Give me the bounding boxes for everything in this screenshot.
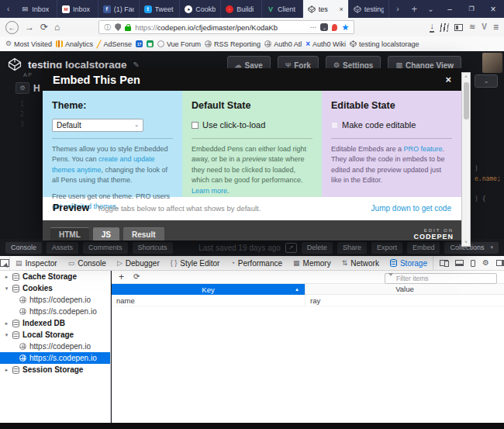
reload-button[interactable]: ⟳ [40, 22, 48, 32]
vue-devtools-icon[interactable]: V [482, 23, 487, 31]
bookmark-adsense[interactable]: ╱AdSense [97, 40, 132, 48]
bookmark-analytics[interactable]: Analytics [56, 40, 93, 48]
browser-tab[interactable]: ◦Buildi [221, 0, 262, 18]
bookmark-testing-localstorage[interactable]: testing localstorage [350, 40, 419, 48]
sidebar-toggle-icon[interactable] [454, 24, 463, 31]
tab-memory[interactable]: ▦Memory [288, 256, 337, 270]
collections-button[interactable]: Collections▾ [444, 242, 499, 254]
pro-feature-link[interactable]: PRO feature [404, 145, 443, 153]
edit-on-codepen[interactable]: EDIT ON CODEPEN [413, 226, 461, 240]
bookmark-auth0-atl[interactable]: Auth0 Atl [264, 40, 302, 48]
bookmark-sheets[interactable]: ▦ [147, 40, 154, 47]
browser-tab[interactable]: ✉Inbox [16, 0, 57, 18]
comments-button[interactable]: Comments [83, 242, 128, 254]
bookmark-star-icon[interactable]: ★ [341, 22, 349, 33]
page-actions-icon[interactable]: ⋯ [309, 23, 316, 31]
tab-performance[interactable]: ◔Performance [225, 256, 288, 270]
devtools-settings-icon[interactable]: ⚙ [482, 259, 489, 267]
embed-button[interactable]: Embed [407, 242, 440, 254]
scroll-down-icon[interactable]: ˅ [462, 240, 470, 244]
twisty-collapsed-icon[interactable]: ▸ [4, 367, 9, 373]
tree-indexed-db[interactable]: ▸Indexed DB [0, 317, 110, 329]
tab-network[interactable]: ⇅Network [337, 256, 385, 270]
tree-local-storage[interactable]: ▾Local Storage [0, 329, 110, 341]
scroll-up-icon[interactable]: ˄ [462, 74, 470, 79]
tab-overflow-icon[interactable]: › [389, 0, 406, 18]
home-button[interactable]: ⌂ [54, 22, 60, 32]
twisty-collapsed-icon[interactable]: ▸ [4, 320, 9, 327]
minimize-button[interactable]: – [439, 0, 461, 18]
twisty-expanded-icon[interactable]: ▾ [4, 285, 9, 292]
browser-tab[interactable]: VClient [262, 0, 303, 18]
checkbox[interactable] [192, 122, 198, 129]
tab-scroll-left-icon[interactable]: ‹ [0, 0, 16, 18]
tab-console[interactable]: ▭Console [63, 256, 112, 270]
filter-items-input[interactable] [385, 273, 497, 284]
pick-element-button[interactable] [0, 256, 10, 270]
list-tabs-icon[interactable]: ⌄ [423, 0, 439, 18]
embed-tab-js[interactable]: JS [93, 227, 119, 240]
tree-local-codepen[interactable]: https://codepen.io [0, 341, 110, 352]
extension-badge-icon[interactable] [332, 24, 337, 31]
new-tab-button[interactable]: + [406, 0, 423, 18]
bookmark-vue-forum[interactable]: Vue Forum [157, 40, 201, 48]
tree-cookies-s-codepen[interactable]: https://s.codepen.io [0, 306, 110, 317]
close-button[interactable]: × [482, 0, 504, 18]
tree-session-storage[interactable]: ▸Session Storage [0, 364, 110, 375]
info-icon[interactable]: ⓘ [104, 22, 111, 33]
scrollbar-thumb[interactable] [464, 82, 469, 119]
tree-cookies-codepen[interactable]: https://codepen.io [0, 294, 110, 306]
tree-local-s-codepen-selected[interactable]: https://s.codepen.io [0, 352, 110, 364]
console-button[interactable]: Console [5, 242, 42, 254]
theme-select[interactable]: Default⌄ [52, 119, 143, 132]
menu-icon[interactable]: ≡ [493, 22, 499, 32]
maximize-button[interactable]: ❐ [461, 0, 482, 18]
tree-cache-storage[interactable]: ▸Cache Storage [0, 271, 110, 282]
shortcuts-button[interactable]: Shortcuts [133, 242, 173, 254]
share-button[interactable]: Share [337, 242, 367, 254]
tab-inspector[interactable]: ▤Inspector [10, 256, 63, 270]
export-button[interactable]: Export [371, 242, 402, 254]
dock-side-icon[interactable] [496, 260, 504, 266]
modal-close-icon[interactable]: × [445, 74, 451, 85]
add-item-icon[interactable]: + [119, 272, 124, 282]
column-header-value[interactable]: Value [305, 284, 504, 295]
responsive-mode-icon[interactable] [440, 260, 448, 266]
downloads-icon[interactable]: ↓ [430, 22, 434, 33]
refresh-icon[interactable]: ⟳ [133, 273, 140, 281]
browser-tab[interactable]: MInbox [57, 0, 98, 18]
learn-more-link[interactable]: Learn more [192, 187, 227, 195]
tab-close-icon[interactable]: × [339, 5, 343, 13]
bookmark-most-visited[interactable]: ⚙Most Visited [5, 40, 52, 48]
twisty-expanded-icon[interactable]: ▾ [4, 332, 9, 338]
tab-style-editor[interactable]: { }Style Editor [165, 256, 226, 270]
browser-tab[interactable]: ●Cookb [180, 0, 221, 18]
avatar[interactable] [482, 53, 502, 73]
tree-cookies[interactable]: ▾Cookies [0, 282, 110, 294]
bookmark-calendar[interactable]: 17 [136, 40, 143, 47]
column-header-key[interactable]: Key▲ [112, 284, 305, 295]
panel-gear-icon[interactable]: ⚙ [16, 82, 29, 94]
browser-tab-active[interactable]: tes × [303, 0, 349, 18]
forward-button[interactable]: → [25, 22, 34, 32]
library-icon[interactable] [440, 23, 449, 32]
embed-tab-result[interactable]: Result [123, 227, 164, 240]
browser-tab[interactable]: tTweet [140, 0, 181, 18]
device-icon[interactable] [471, 260, 475, 267]
external-link-icon[interactable]: ↗ [285, 243, 297, 253]
delete-button[interactable]: Delete [302, 242, 333, 254]
embed-tab-html[interactable]: HTML [50, 227, 89, 240]
pocket-icon[interactable]: ⌄ [320, 23, 328, 31]
twisty-collapsed-icon[interactable]: ▸ [4, 274, 9, 280]
split-console-icon[interactable] [455, 260, 464, 266]
tab-storage[interactable]: Storage [385, 256, 433, 270]
panel-collapse-chevron-icon[interactable]: ⌄ [475, 74, 498, 88]
jump-to-code-link[interactable]: Jump down to get code [371, 204, 451, 213]
modal-scrollbar[interactable]: ˄ ˅ [461, 72, 471, 247]
assets-button[interactable]: Assets [47, 242, 78, 254]
edit-pencil-icon[interactable]: ✎ [133, 61, 140, 69]
bookmark-auth0-wiki[interactable]: ×Auth0 Wiki [306, 40, 346, 48]
tab-debugger[interactable]: ▷Debugger [112, 256, 165, 270]
back-button[interactable]: ← [5, 21, 19, 34]
table-row[interactable]: name ray [112, 295, 504, 306]
